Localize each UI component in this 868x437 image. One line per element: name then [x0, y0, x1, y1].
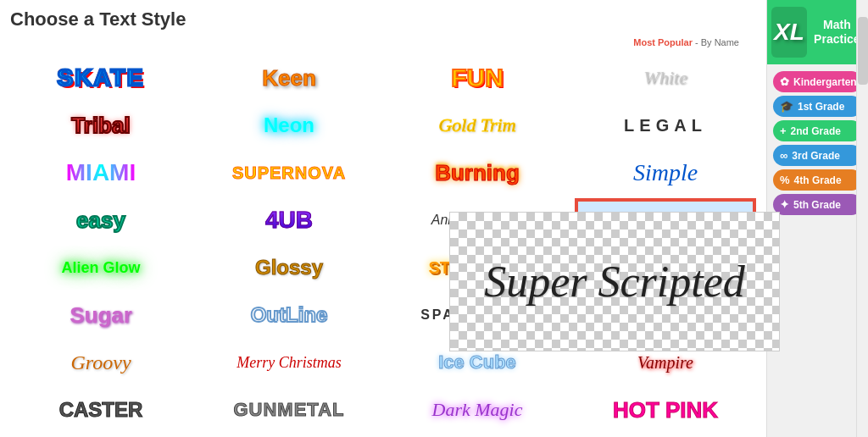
page-title: Choose a Text Style	[10, 8, 756, 30]
grade-icon-5th: ✦	[780, 198, 789, 211]
grade-btn-1st[interactable]: 🎓1st Grade	[773, 96, 862, 117]
style-label-glossy: Glossy	[255, 256, 323, 279]
style-item-skate[interactable]: SKATE	[10, 56, 192, 100]
style-item-caster[interactable]: CASTER	[10, 388, 192, 432]
style-item-fun[interactable]: FUN	[387, 56, 568, 100]
style-label-supernova: SUPERNOVA	[232, 163, 346, 183]
grade-label-kindergarten: Kindergarten	[793, 76, 857, 88]
style-label-alien-glow: Alien Glow	[61, 259, 140, 277]
style-item-groovy[interactable]: Groovy	[10, 340, 192, 384]
style-item-4ub[interactable]: 4UB	[198, 198, 380, 242]
style-item-easy[interactable]: easy	[10, 198, 192, 242]
grade-btn-kindergarten[interactable]: ✿Kindergarten	[773, 71, 862, 92]
style-label-caster: CASTER	[59, 398, 143, 422]
style-label-groovy: Groovy	[70, 351, 131, 374]
grade-label-4th: 4th Grade	[794, 174, 842, 186]
preview-text: Super Scripted	[484, 257, 745, 307]
grade-icon-2nd: +	[780, 124, 787, 137]
grade-btn-4th[interactable]: %4th Grade	[773, 169, 862, 191]
scrollbar-track[interactable]	[856, 0, 868, 437]
style-label-fun: FUN	[451, 64, 504, 92]
style-label-tribal: Tribal	[71, 113, 130, 139]
style-item-legal[interactable]: LEGAL	[575, 103, 756, 147]
grade-icon-4th: %	[780, 174, 790, 186]
style-item-supernova[interactable]: SUPERNOVA	[198, 151, 380, 195]
grade-label-1st: 1st Grade	[798, 101, 844, 113]
style-item-miami[interactable]: MIAMI	[10, 151, 192, 195]
grade-label-5th: 5th Grade	[793, 199, 841, 211]
math-banner-icon: XL	[771, 7, 807, 58]
sort-popular[interactable]: Most Popular	[633, 37, 693, 47]
style-label-4ub: 4UB	[265, 207, 313, 234]
style-item-burning[interactable]: Burning	[387, 151, 568, 195]
right-sidebar: XL Math Practice ✿Kindergarten🎓1st Grade…	[766, 0, 868, 437]
style-item-alien-glow[interactable]: Alien Glow	[10, 246, 192, 290]
style-item-gunmetal[interactable]: GUNMETAL	[198, 388, 380, 432]
style-item-hot-pink[interactable]: HOT PINK	[575, 388, 756, 432]
grade-btn-5th[interactable]: ✦5th Grade	[773, 194, 862, 215]
style-label-simple: Simple	[633, 159, 698, 186]
style-label-outline: OutLine	[251, 303, 328, 327]
style-label-white: White	[643, 67, 687, 89]
sort-by-name[interactable]: By Name	[701, 37, 739, 47]
math-practice-banner[interactable]: XL Math Practice	[767, 0, 868, 64]
style-label-keen: Keen	[262, 65, 316, 91]
grade-btn-2nd[interactable]: +2nd Grade	[773, 120, 862, 141]
grade-btn-3rd[interactable]: ∞3rd Grade	[773, 145, 862, 166]
grade-icon-1st: 🎓	[780, 100, 793, 113]
style-item-tribal[interactable]: Tribal	[10, 103, 192, 147]
scrollbar-thumb[interactable]	[858, 17, 868, 85]
style-item-merry-christmas[interactable]: Merry Christmas	[198, 340, 380, 384]
style-label-gold-trim: Gold Trim	[438, 114, 515, 136]
grades-list: ✿Kindergarten🎓1st Grade+2nd Grade∞3rd Gr…	[767, 64, 868, 222]
style-label-vampire: Vampire	[637, 353, 693, 373]
style-label-hot-pink: HOT PINK	[613, 397, 718, 423]
style-label-neon: Neon	[264, 113, 314, 137]
style-item-gold-trim[interactable]: Gold Trim	[387, 103, 568, 147]
style-item-keen[interactable]: Keen	[198, 56, 380, 100]
sort-separator: -	[695, 37, 701, 47]
style-label-miami: MIAMI	[66, 159, 136, 186]
style-label-dark-magic: Dark Magic	[432, 399, 523, 421]
style-label-legal: LEGAL	[624, 116, 707, 136]
style-label-easy: easy	[76, 207, 125, 234]
style-label-sugar: Sugar	[70, 302, 132, 329]
preview-checkerboard: Super Scripted	[450, 213, 779, 351]
style-label-merry-christmas: Merry Christmas	[236, 354, 342, 372]
style-preview-overlay: Super Scripted	[449, 212, 780, 351]
grade-icon-kindergarten: ✿	[780, 75, 789, 88]
style-item-outline[interactable]: OutLine	[198, 293, 380, 337]
grade-label-2nd: 2nd Grade	[791, 125, 841, 137]
grade-label-3rd: 3rd Grade	[792, 150, 840, 162]
style-item-simple[interactable]: Simple	[575, 151, 756, 195]
style-item-neon[interactable]: Neon	[198, 103, 380, 147]
style-label-skate: SKATE	[58, 64, 145, 91]
style-item-dark-magic[interactable]: Dark Magic	[387, 388, 568, 432]
style-label-gunmetal: GUNMETAL	[233, 399, 344, 421]
sort-bar: Most Popular - By Name	[10, 37, 756, 47]
grade-icon-3rd: ∞	[780, 149, 787, 162]
style-label-ice-cube: Ice Cube	[438, 351, 516, 373]
style-item-white[interactable]: White	[575, 56, 756, 100]
style-item-glossy[interactable]: Glossy	[198, 246, 380, 290]
style-label-burning: Burning	[435, 160, 520, 186]
style-item-sugar[interactable]: Sugar	[10, 293, 192, 337]
